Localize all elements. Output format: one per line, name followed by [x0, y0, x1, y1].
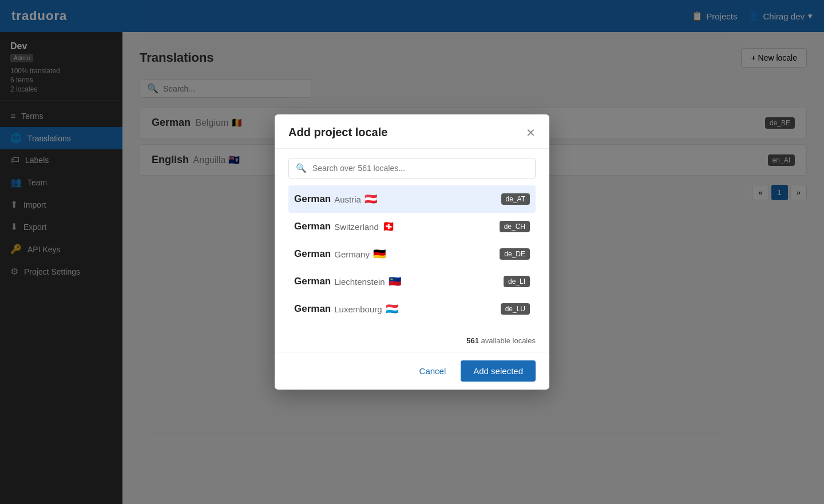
- locale-item-code-de-ch: de_CH: [500, 221, 530, 232]
- list-item[interactable]: German Switzerland 🇨🇭 de_CH: [288, 213, 536, 240]
- locale-list: German Austria 🇦🇹 de_AT German Switzerla…: [288, 185, 536, 323]
- modal-overlay: Add project locale ✕ 🔍 German Austria 🇦🇹…: [0, 0, 824, 504]
- locale-item-code-de-at: de_AT: [501, 193, 530, 205]
- locale-item-code-de-lu: de_LU: [501, 303, 530, 315]
- modal-footer-info: 561 available locales: [275, 332, 549, 352]
- locale-item-name-de-li: German Liechtenstein 🇱🇮: [294, 275, 401, 288]
- modal-body: 🔍 German Austria 🇦🇹 de_AT German Switzer…: [275, 149, 549, 332]
- add-locale-modal: Add project locale ✕ 🔍 German Austria 🇦🇹…: [275, 114, 549, 390]
- modal-search-input[interactable]: [312, 164, 528, 173]
- list-item[interactable]: German Germany 🇩🇪 de_DE: [288, 240, 536, 268]
- list-item[interactable]: German Austria 🇦🇹 de_AT: [288, 185, 536, 213]
- list-item[interactable]: German Luxembourg 🇱🇺 de_LU: [288, 295, 536, 323]
- modal-footer: Cancel Add selected: [275, 352, 549, 390]
- locale-item-code-de-li: de_LI: [504, 276, 530, 287]
- modal-header: Add project locale ✕: [275, 114, 549, 149]
- locale-item-name-de-de: German Germany 🇩🇪: [294, 248, 386, 260]
- modal-title: Add project locale: [288, 126, 387, 139]
- locale-item-code-de-de: de_DE: [500, 248, 530, 260]
- modal-search: 🔍: [288, 158, 536, 178]
- add-selected-button[interactable]: Add selected: [461, 360, 536, 382]
- list-item[interactable]: German Liechtenstein 🇱🇮 de_LI: [288, 268, 536, 295]
- modal-close-button[interactable]: ✕: [526, 127, 536, 138]
- cancel-button[interactable]: Cancel: [411, 362, 454, 380]
- locale-item-name-de-ch: German Switzerland 🇨🇭: [294, 220, 395, 233]
- locale-item-name-de-at: German Austria 🇦🇹: [294, 193, 377, 205]
- modal-search-icon: 🔍: [296, 163, 307, 173]
- locale-item-name-de-lu: German Luxembourg 🇱🇺: [294, 303, 398, 315]
- available-count: 561: [466, 336, 479, 345]
- available-label: available locales: [481, 336, 536, 345]
